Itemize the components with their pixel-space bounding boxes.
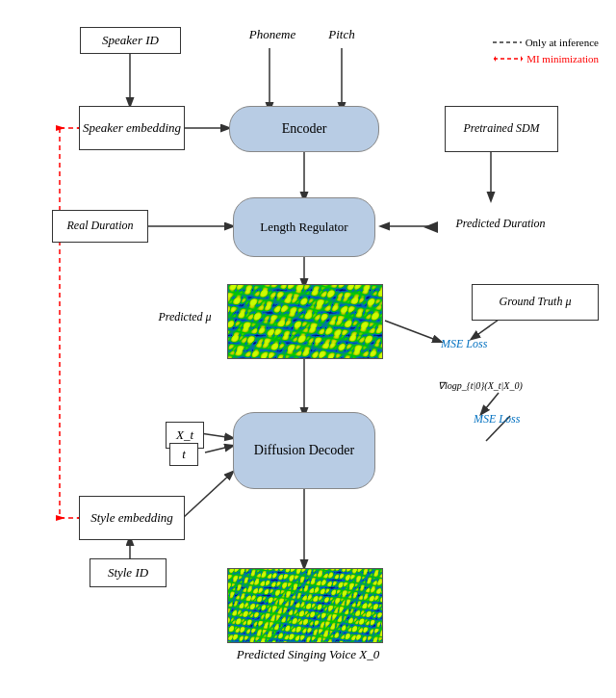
predicted-duration-arrow (424, 221, 438, 233)
phoneme-label: Phoneme (239, 27, 306, 42)
length-regulator-box: Length Regulator (233, 197, 375, 257)
predicted-mu-label: Predicted μ (142, 310, 227, 324)
gradient-formula: ∇logp_{t|0}(X_t|X_0) (438, 380, 592, 391)
svg-marker-22 (56, 125, 65, 131)
svg-marker-28 (424, 221, 438, 233)
speaker-embedding-box: Speaker embedding (79, 106, 185, 150)
ground-truth-box: Ground Truth μ (472, 284, 599, 321)
pretrained-sdm-box: Pretrained SDM (445, 106, 558, 152)
legend-red: MI minimization (494, 53, 599, 65)
mse-loss-1: MSE Loss (441, 337, 487, 351)
architecture-diagram: Only at inference MI minimization Speake… (0, 0, 616, 698)
style-embedding-box: Style embedding (79, 496, 185, 540)
speaker-id-box: Speaker ID (80, 27, 181, 54)
svg-marker-27 (494, 56, 496, 62)
mse-loss-2: MSE Loss (474, 412, 520, 427)
svg-line-14 (205, 446, 233, 452)
predicted-singing-label: Predicted Singing Voice X_0 (192, 647, 424, 662)
svg-line-9 (385, 321, 441, 342)
svg-line-13 (200, 433, 233, 438)
pitch-label: Pitch (318, 27, 366, 42)
t-box: t (169, 443, 198, 466)
svg-line-15 (183, 472, 233, 518)
svg-marker-26 (521, 56, 523, 62)
real-duration-box: Real Duration (52, 210, 148, 243)
spectrogram-1 (227, 284, 383, 359)
svg-line-12 (481, 393, 499, 414)
spectrogram-2 (227, 568, 383, 643)
diffusion-decoder-box: Diffusion Decoder (233, 412, 375, 489)
style-id-box: Style ID (90, 558, 167, 587)
svg-marker-23 (56, 515, 65, 521)
legend-dashed: Only at inference (493, 37, 599, 48)
encoder-box: Encoder (229, 106, 379, 152)
predicted-duration-label: Predicted Duration (433, 217, 568, 231)
svg-line-10 (472, 320, 499, 339)
